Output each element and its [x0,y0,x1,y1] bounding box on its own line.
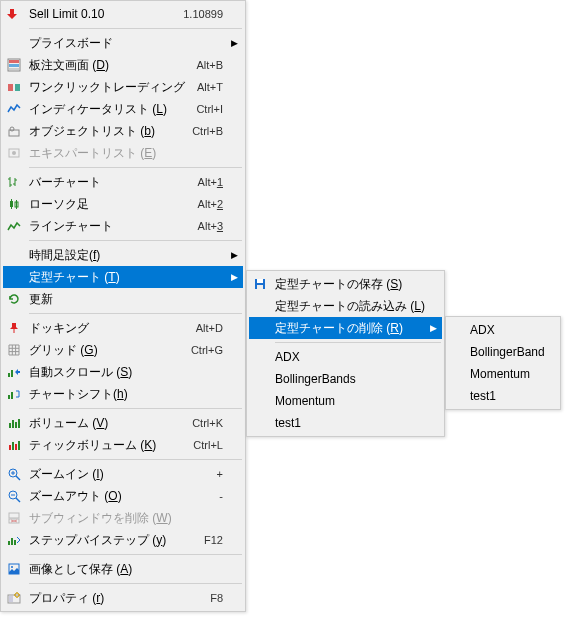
menu-item[interactable]: チャートシフト(h) [3,383,243,405]
sell-arrow-icon [3,3,25,25]
properties-icon [3,587,25,609]
svg-rect-54 [257,285,263,289]
menu-item[interactable]: ズームアウト (O)- [3,485,243,507]
menu-item-label: ティックボリューム (K) [25,437,185,454]
menu-item[interactable]: ドッキングAlt+D [3,317,243,339]
menu-item-label: 定型チャートの保存 (S) [271,276,428,293]
menu-item[interactable]: BollingerBands [448,341,558,363]
menu-item-label: インディケータリスト (L) [25,101,188,118]
menu-item-label: BollingerBands [466,345,544,359]
menu-item[interactable]: オブジェクトリスト (b)Ctrl+B [3,120,243,142]
menu-item[interactable]: インディケータリスト (L)Ctrl+I [3,98,243,120]
menu-item-label: test1 [466,389,544,403]
menu-item[interactable]: 時間足設定(f)▶ [3,244,243,266]
step-icon [3,529,25,551]
context-menu-template: 定型チャートの保存 (S)定型チャートの読み込み (L)定型チャートの削除 (R… [246,270,445,437]
svg-rect-31 [15,444,17,450]
menu-item[interactable]: ADX [249,346,442,368]
object-icon [3,120,25,142]
menu-item-shortcut: Alt+T [189,81,229,93]
volume-icon [3,412,25,434]
blank-icon [3,266,25,288]
menu-item[interactable]: 板注文画面 (D)Alt+B [3,54,243,76]
menu-item[interactable]: ワンクリックトレーディング (k)Alt+T [3,76,243,98]
blank-icon [448,341,466,363]
menu-item-label: プライスボード [25,35,229,52]
menu-item[interactable]: ステップバイステップ (y)F12 [3,529,243,551]
blank-icon [249,346,271,368]
menu-item: サブウィンドウを削除 (W) [3,507,243,529]
menu-item-label: プロパティ (r) [25,590,202,607]
indicator-icon [3,98,25,120]
menu-item-shortcut: - [211,490,229,502]
blank-icon [249,368,271,390]
svg-rect-5 [15,84,20,91]
menu-separator [29,240,242,241]
menu-item-label: ボリューム (V) [25,415,184,432]
menu-item[interactable]: ズームイン (I)+ [3,463,243,485]
svg-rect-21 [8,373,10,377]
menu-item-label: サブウィンドウを削除 (W) [25,510,229,527]
menu-item-shortcut: Alt+3 [190,220,229,232]
menu-item[interactable]: Momentum [249,390,442,412]
submenu-arrow-icon: ▶ [428,323,438,333]
menu-item-label: BollingerBands [271,372,428,386]
menu-item-label: 画像として保存 (A) [25,561,229,578]
expert-icon [3,142,25,164]
barchart-icon [3,171,25,193]
menu-item[interactable]: BollingerBands [249,368,442,390]
linechart-icon [3,215,25,237]
autoscroll-icon [3,361,25,383]
svg-rect-29 [9,445,11,450]
menu-item[interactable]: プライスボード▶ [3,32,243,54]
menu-item-shortcut: Ctrl+G [183,344,229,356]
svg-rect-22 [11,370,13,377]
menu-item[interactable]: バーチャートAlt+1 [3,171,243,193]
menu-item[interactable]: 自動スクロール (S) [3,361,243,383]
menu-item-label: グリッド (G) [25,342,183,359]
submenu-arrow-icon: ▶ [229,272,239,282]
menu-item[interactable]: プロパティ (r)F8 [3,587,243,609]
menu-item[interactable]: Momentum [448,363,558,385]
menu-item[interactable]: 定型チャートの削除 (R)▶ [249,317,442,339]
menu-item[interactable]: 定型チャートの読み込み (L) [249,295,442,317]
svg-rect-27 [15,422,17,428]
svg-line-34 [16,476,20,480]
menu-item-label: ズームアウト (O) [25,488,211,505]
menu-item[interactable]: ADX [448,319,558,341]
oneclick-icon [3,76,25,98]
svg-rect-32 [18,441,20,450]
menu-item-label: ズームイン (I) [25,466,209,483]
menu-item[interactable]: 定型チャート (T)▶ [3,266,243,288]
menu-item-shortcut: Alt+2 [190,198,229,210]
menu-item[interactable]: test1 [448,385,558,407]
svg-rect-25 [9,423,11,428]
blank-icon [448,363,466,385]
menu-item[interactable]: ラインチャートAlt+3 [3,215,243,237]
menu-item-label: 板注文画面 (D) [25,57,188,74]
menu-separator [29,459,242,460]
menu-item-shortcut: Alt+1 [190,176,229,188]
menu-item[interactable]: 画像として保存 (A) [3,558,243,580]
menu-item-label: チャートシフト(h) [25,386,229,403]
menu-item[interactable]: Sell Limit 0.101.10899 [3,3,243,25]
menu-item[interactable]: test1 [249,412,442,434]
menu-item[interactable]: 更新 [3,288,243,310]
menu-item[interactable]: ボリューム (V)Ctrl+K [3,412,243,434]
blank-icon [249,390,271,412]
menu-item[interactable]: 定型チャートの保存 (S) [249,273,442,295]
menu-separator [275,342,441,343]
menu-item-label: 定型チャートの読み込み (L) [271,298,428,315]
menu-item[interactable]: ローソク足Alt+2 [3,193,243,215]
menu-item-shortcut: F8 [202,592,229,604]
menu-item[interactable]: ティックボリューム (K)Ctrl+L [3,434,243,456]
menu-item-shortcut: Alt+D [188,322,229,334]
menu-item-label: Momentum [271,394,428,408]
menu-item-shortcut: Ctrl+B [184,125,229,137]
svg-rect-40 [9,513,19,518]
menu-separator [29,313,242,314]
menu-item[interactable]: グリッド (G)Ctrl+G [3,339,243,361]
menu-item-label: ローソク足 [25,196,190,213]
menu-item-label: 定型チャート (T) [25,269,229,286]
menu-separator [29,554,242,555]
